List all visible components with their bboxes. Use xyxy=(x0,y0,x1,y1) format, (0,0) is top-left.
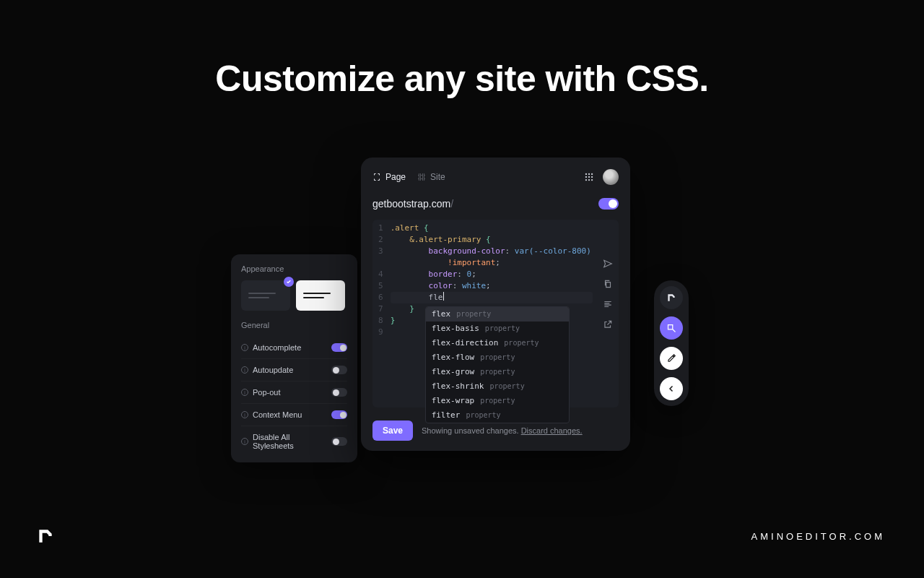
page-scope-icon xyxy=(372,173,381,181)
autocomplete-item[interactable]: flex-wrapproperty xyxy=(426,394,569,408)
setting-label: Context Menu xyxy=(253,410,302,419)
setting-label: Disable All Stylesheets xyxy=(253,433,331,450)
tab-page-label: Page xyxy=(385,172,406,182)
settings-panel: Appearance General iAutocompleteiAutoupd… xyxy=(231,254,357,462)
discard-changes-link[interactable]: Discard changes. xyxy=(521,426,583,435)
save-button[interactable]: Save xyxy=(372,420,413,441)
code-editor[interactable]: 123 456789 .alert { &.alert-primary { ba… xyxy=(372,220,619,407)
theme-dark-option[interactable] xyxy=(241,280,290,311)
svg-point-6 xyxy=(585,179,587,181)
setting-row: iPop-out xyxy=(241,381,347,403)
info-icon: i xyxy=(241,411,248,418)
tab-site-label: Site xyxy=(430,172,445,182)
stylesheet-enable-toggle[interactable] xyxy=(598,198,619,210)
tool-dock xyxy=(654,280,689,406)
setting-row: iDisable All Stylesheets xyxy=(241,426,347,457)
unsaved-status: Showing unsaved changes. Discard changes… xyxy=(422,426,583,435)
dock-app-button[interactable] xyxy=(660,286,683,309)
external-link-icon[interactable] xyxy=(603,319,613,329)
setting-label: Autocomplete xyxy=(253,343,301,352)
svg-point-2 xyxy=(591,173,593,175)
autocomplete-item[interactable]: flex-growproperty xyxy=(426,365,569,379)
info-icon: i xyxy=(241,438,248,445)
autocomplete-item[interactable]: filterproperty xyxy=(426,408,569,423)
setting-toggle[interactable] xyxy=(331,366,347,374)
svg-point-1 xyxy=(588,173,590,175)
setting-toggle[interactable] xyxy=(331,388,347,397)
autocomplete-item[interactable]: flexproperty xyxy=(426,307,569,322)
check-icon xyxy=(284,277,294,287)
svg-point-5 xyxy=(591,176,593,178)
svg-point-3 xyxy=(585,176,587,178)
setting-row: iAutocomplete xyxy=(241,337,347,358)
info-icon: i xyxy=(241,389,248,396)
svg-point-7 xyxy=(588,179,590,181)
autocomplete-popup[interactable]: flexpropertyflex-basispropertyflex-direc… xyxy=(425,306,570,423)
site-scope-icon xyxy=(417,173,426,181)
avatar[interactable] xyxy=(603,169,619,185)
svg-point-8 xyxy=(591,179,593,181)
svg-point-4 xyxy=(588,176,590,178)
autocomplete-item[interactable]: flex-flowproperty xyxy=(426,350,569,365)
setting-label: Autoupdate xyxy=(253,366,293,374)
theme-light-option[interactable] xyxy=(296,280,345,311)
copy-icon[interactable] xyxy=(603,279,613,289)
info-icon: i xyxy=(241,344,248,351)
target-url[interactable]: getbootstrap.com/ xyxy=(372,198,453,210)
setting-label: Pop-out xyxy=(253,388,281,397)
appearance-section-label: Appearance xyxy=(241,264,347,273)
apps-grid-icon[interactable] xyxy=(584,172,594,182)
autocomplete-item[interactable]: flex-shrinkproperty xyxy=(426,379,569,394)
general-section-label: General xyxy=(241,321,347,329)
autocomplete-item[interactable]: flex-basisproperty xyxy=(426,322,569,336)
tab-page[interactable]: Page xyxy=(372,172,406,182)
dock-inspect-button[interactable] xyxy=(660,316,683,340)
autocomplete-item[interactable]: flex-directionproperty xyxy=(426,336,569,350)
editor-panel: Page Site getbootstrap.com/ 123 456789 .… xyxy=(361,158,630,451)
send-icon[interactable] xyxy=(603,259,613,269)
amino-logo-icon xyxy=(36,527,55,545)
svg-point-0 xyxy=(585,173,587,175)
format-icon[interactable] xyxy=(603,299,613,309)
setting-toggle[interactable] xyxy=(331,410,347,419)
tab-site[interactable]: Site xyxy=(417,172,445,182)
info-icon: i xyxy=(241,366,248,374)
dock-collapse-button[interactable] xyxy=(660,377,683,400)
setting-toggle[interactable] xyxy=(331,437,347,446)
brand-url: AMINOEDITOR.COM xyxy=(751,531,885,542)
hero-title: Customize any site with CSS. xyxy=(0,58,924,100)
setting-row: iContext Menu xyxy=(241,403,347,426)
setting-toggle[interactable] xyxy=(331,343,347,352)
setting-row: iAutoupdate xyxy=(241,358,347,381)
dock-eyedropper-button[interactable] xyxy=(660,347,683,370)
